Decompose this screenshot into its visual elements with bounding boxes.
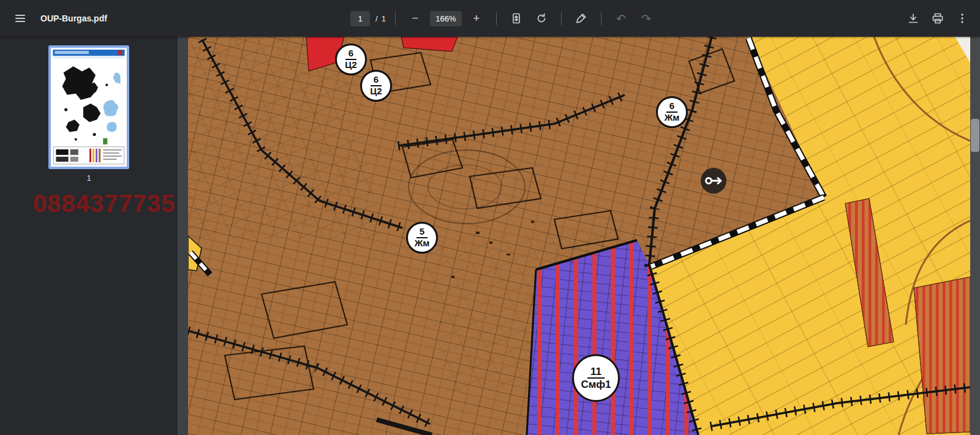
zone-badge-6-c2a: 6 Ц2 <box>335 44 367 75</box>
zone-badge-6-zhm: 6 Жм <box>656 96 688 128</box>
zone-badge-6-c2b: 6 Ц2 <box>360 70 392 102</box>
document-title: OUP-Burgas.pdf <box>40 13 107 23</box>
page-number-input[interactable]: 1 <box>350 11 370 26</box>
page-total: 1 <box>382 14 386 23</box>
menu-icon[interactable] <box>10 8 31 29</box>
pdf-toolbar: OUP-Burgas.pdf 1 / 1 − 166% + <box>0 0 980 37</box>
viewer-gutter <box>178 37 188 435</box>
rotate-icon[interactable] <box>531 8 552 29</box>
scrollbar-thumb[interactable] <box>971 119 979 152</box>
print-icon[interactable] <box>927 8 948 29</box>
zone-badge-11-smf1: 11 Смф1 <box>572 354 620 402</box>
pan-cursor-icon <box>701 168 726 194</box>
fit-to-page-icon[interactable] <box>506 8 527 29</box>
page-count: / 1 <box>375 14 386 23</box>
more-options-kebab-icon[interactable] <box>952 8 973 29</box>
page-separator: / <box>375 14 378 23</box>
zone-badge-5-zhm: 5 Жм <box>406 222 438 254</box>
annotate-pen-icon[interactable] <box>571 8 592 29</box>
zoom-in-button[interactable]: + <box>466 8 487 29</box>
thumbnail-map-preview <box>51 48 127 167</box>
pdf-page-map[interactable]: 6 Ц2 6 Ц2 6 Жм 5 Жм 11 Смф1 <box>188 37 970 435</box>
undo-icon[interactable]: ↶ <box>611 8 631 29</box>
thumbnail-page-number: 1 <box>86 173 91 183</box>
redo-icon[interactable]: ↷ <box>636 8 657 29</box>
viewer-content: 0884377735 <box>0 37 980 435</box>
toolbar-divider <box>395 12 396 25</box>
download-icon[interactable] <box>903 8 924 29</box>
vertical-scrollbar[interactable] <box>970 37 980 435</box>
zoom-out-button[interactable]: − <box>405 8 426 29</box>
zoom-level-input[interactable]: 166% <box>430 11 462 26</box>
page-thumbnail[interactable] <box>48 45 129 169</box>
toolbar-divider <box>601 12 601 25</box>
thumbnail-sidebar: 1 <box>0 37 178 435</box>
toolbar-divider <box>496 12 497 25</box>
toolbar-divider <box>561 12 562 25</box>
